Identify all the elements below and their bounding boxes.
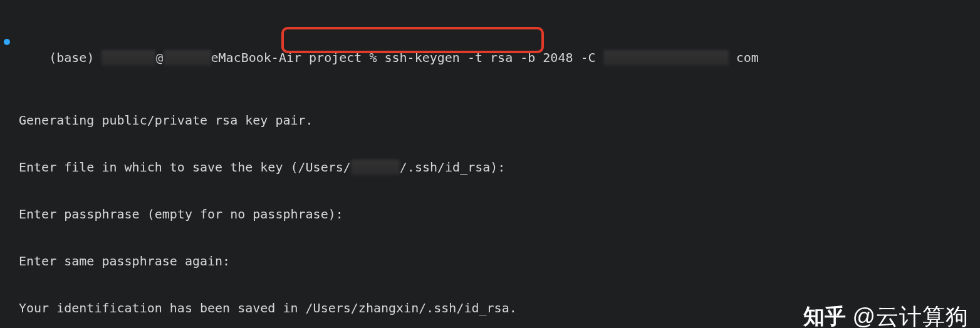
prompt-line: (base) @ eMacBook-Air project % ssh-keyg… (19, 34, 980, 81)
redacted-host (164, 50, 211, 66)
watermark-text: @云计算狗 (852, 309, 969, 324)
output-line: Enter passphrase (empty for no passphras… (19, 207, 980, 222)
email-tail: com (729, 50, 759, 65)
at-sign: @ (155, 50, 163, 65)
redacted-email (603, 50, 729, 66)
default-path-open: (/Users/ (290, 160, 350, 175)
terminal-output[interactable]: (base) @ eMacBook-Air project % ssh-keyg… (0, 0, 980, 328)
zhihu-brand: 知乎 (803, 309, 846, 324)
bullet-icon (4, 39, 10, 45)
watermark: 知乎 @云计算狗 (803, 309, 969, 324)
host-path: eMacBook-Air project % (211, 50, 385, 65)
output-line: Generating public/private rsa key pair. (19, 113, 980, 128)
default-path-close: /.ssh/id_rsa): (400, 160, 506, 175)
enter-file-label: Enter file in which to save the key (19, 160, 290, 175)
env-tag: (base) (49, 50, 102, 65)
output-line: Enter file in which to save the key (/Us… (19, 160, 980, 175)
command-text: ssh-keygen -t rsa -b 2048 -C (384, 50, 603, 65)
redacted-username (351, 160, 400, 175)
output-line: Enter same passphrase again: (19, 254, 980, 269)
redacted-user (102, 50, 155, 66)
